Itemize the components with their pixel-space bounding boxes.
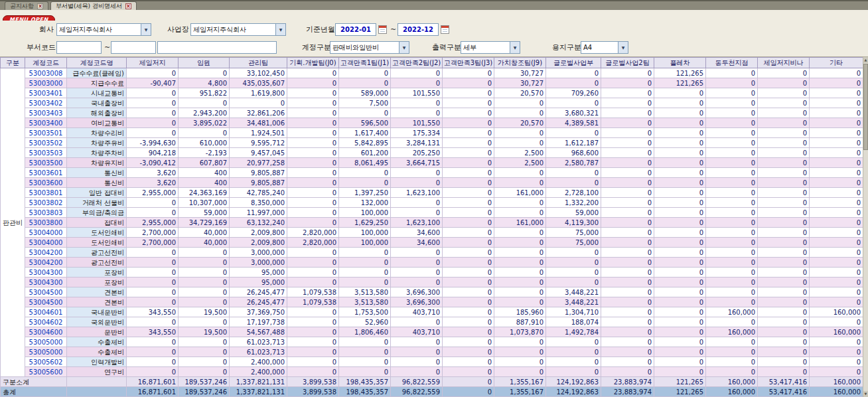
account-type-value: 판매비와일반비 — [330, 42, 399, 53]
table-row[interactable]: 53004200광고선전비003,000,00000000000000 — [1, 248, 863, 258]
table-row[interactable]: 53003502차량주유비-3,994,630610,0009,595,7120… — [1, 138, 863, 148]
amount-cell: 16,871,601 — [127, 377, 179, 387]
table-row[interactable]: 53003800접대비2,955,00034,729,16963,132,240… — [1, 218, 863, 228]
column-header[interactable]: 제일저지 — [127, 58, 179, 68]
period-from-input[interactable] — [335, 23, 376, 36]
table-row[interactable]: 53003501차량수리비001,924,50101,617,400175,33… — [1, 128, 863, 138]
table-row[interactable]: 53003000지급수수료-90,4074,800435,035,6070000… — [1, 78, 863, 88]
amount-cell: 2,500 — [494, 158, 546, 168]
dept-code-from-input[interactable] — [56, 41, 102, 54]
column-header[interactable]: 기획.개발팀(J0) — [287, 58, 339, 68]
column-header[interactable]: 관리팀 — [230, 58, 287, 68]
grand-total-row[interactable]: 총계16,871,601189,537,2461,337,821,1313,89… — [1, 387, 863, 397]
amount-cell: 0 — [443, 88, 494, 98]
output-type-select[interactable]: 세부 ▼ — [461, 41, 520, 54]
column-header[interactable]: 기타 — [810, 58, 863, 68]
account-code: 53003501 — [25, 128, 67, 138]
column-header[interactable]: 고객만족1팀(J1) — [339, 58, 391, 68]
column-header[interactable]: 고객만족3팀(J3) — [443, 58, 494, 68]
output-type-value: 세부 — [461, 42, 510, 53]
account-type-select[interactable]: 판매비와일반비 ▼ — [330, 41, 409, 54]
table-row[interactable]: 53003600통신비3,6204009,805,88700000000000 — [1, 178, 863, 188]
amount-cell: 0 — [654, 148, 706, 158]
table-row[interactable]: 53004300포장비0095,00000000000000 — [1, 268, 863, 278]
close-icon[interactable]: × — [125, 3, 131, 9]
amount-cell: 0 — [287, 258, 339, 268]
table-row[interactable]: 53004000도서인쇄비2,700,00040,0002,009,8002,8… — [1, 228, 863, 238]
table-row[interactable]: 53003803부의금/축의금059,00011,997,0000100,000… — [1, 208, 863, 218]
table-row[interactable]: 53004200광고선전비003,000,00000000000000 — [1, 258, 863, 268]
table-row[interactable]: 53003503차량주차비904,218-2,1939,457,0450601,… — [1, 148, 863, 158]
close-icon[interactable]: × — [37, 3, 43, 9]
amount-cell: 0 — [654, 317, 706, 327]
table-row[interactable]: 53003403해외출장비02,943,20032,861,206000003,… — [1, 108, 863, 118]
company-select[interactable]: 제일저지주식회사 ▼ — [56, 23, 151, 36]
amount-cell: 0 — [706, 128, 758, 138]
table-row[interactable]: 53005602인력개발비002,400,00000000000000 — [1, 357, 863, 367]
table-row[interactable]: 53003400여비교통비03,895,02234,481,0060596,50… — [1, 118, 863, 128]
column-header[interactable]: 글로벌사업부 — [546, 58, 601, 68]
column-header[interactable]: 글로벌사업2팀 — [601, 58, 654, 68]
calendar-icon[interactable] — [378, 25, 387, 34]
column-header[interactable]: 플레차 — [654, 58, 706, 68]
amount-cell: 0 — [601, 337, 654, 347]
dept-code-to-input[interactable] — [111, 41, 156, 54]
amount-cell: 20,977,258 — [230, 158, 287, 168]
tab-notice[interactable]: 공지사항 × — [5, 1, 48, 10]
table-row[interactable]: 53005000수출제비0061,023,71300000000000 — [1, 337, 863, 347]
table-row[interactable]: 53005600연구비002,400,00000000000000 — [1, 367, 863, 377]
amount-cell: 3,513,580 — [339, 287, 391, 297]
table-row[interactable]: 53004300포장비0095,00000000000000 — [1, 278, 863, 287]
amount-cell: 3,448,221 — [546, 287, 601, 297]
workplace-select[interactable]: 제일저지주식회사 ▼ — [190, 23, 286, 36]
scrollbar-thumb[interactable] — [863, 64, 868, 150]
tab-expense-statement[interactable]: 부서별(세목) 경비명세서 × — [50, 1, 137, 10]
amount-cell: 9,805,887 — [230, 168, 287, 178]
amount-cell: 1,924,501 — [230, 128, 287, 138]
column-header[interactable]: 구분 — [1, 58, 25, 68]
table-row[interactable]: 53005000수출제비0061,023,71300000000000 — [1, 347, 863, 357]
column-header[interactable]: 동두천지점 — [706, 58, 758, 68]
amount-cell: 0 — [654, 98, 706, 108]
table-row[interactable]: 53004601국내운반비343,55019,50037,369,75001,7… — [1, 307, 863, 317]
table-row[interactable]: 53003601통신비3,6204009,805,88700000000000 — [1, 168, 863, 178]
column-header[interactable]: 계정코드명 — [67, 58, 127, 68]
amount-cell: 435,035,607 — [230, 78, 287, 88]
amount-cell: 0 — [654, 287, 706, 297]
calendar-icon[interactable] — [441, 25, 449, 34]
table-row[interactable]: 53004602국외운반비0017,197,738052,96000887,91… — [1, 317, 863, 327]
scroll-down-icon[interactable]: ▼ — [863, 391, 868, 397]
amount-cell: 0 — [601, 78, 654, 88]
table-row[interactable]: 53003500차량유지비-3,090,412607,80720,977,258… — [1, 158, 863, 168]
scroll-up-icon[interactable]: ▲ — [863, 57, 868, 63]
table-row[interactable]: 53003401시내교통비0951,8221,619,8000589,00010… — [1, 88, 863, 98]
table-row[interactable]: 53004000도서인쇄비2,700,00040,0002,009,8002,8… — [1, 238, 863, 248]
table-row[interactable]: 53004500견본비0026,245,4771,079,5383,513,58… — [1, 287, 863, 297]
amount-cell: 0 — [810, 178, 863, 188]
amount-cell: 400 — [179, 178, 230, 188]
column-header[interactable]: 제일저지비나 — [758, 58, 810, 68]
account-name: 견본비 — [67, 297, 127, 307]
table-row[interactable]: 53003802거래처 선물비010,307,0008,350,0000132,… — [1, 198, 863, 208]
column-header[interactable]: 계정코드 — [25, 58, 67, 68]
period-to-input[interactable] — [398, 23, 439, 36]
vertical-scrollbar[interactable]: ▲ ▼ — [863, 57, 868, 397]
amount-cell: 0 — [443, 347, 494, 357]
table-row[interactable]: 53004600운반비343,55019,50054,567,48801,806… — [1, 327, 863, 337]
amount-cell: 33,102,450 — [230, 68, 287, 78]
table-row[interactable]: 53003801일반 접대비2,955,00024,363,16942,785,… — [1, 188, 863, 198]
table-row[interactable]: 53004500견본비0026,245,4771,079,5383,513,58… — [1, 297, 863, 307]
dept-name-field[interactable] — [157, 41, 277, 54]
table-row[interactable]: 53003402국내출장비00007,500000000000 — [1, 98, 863, 108]
amount-cell: 0 — [494, 168, 546, 178]
amount-cell: 0 — [706, 78, 758, 88]
amount-cell: 0 — [601, 307, 654, 317]
amount-cell: 0 — [601, 208, 654, 218]
paper-type-select[interactable]: A4 ▼ — [581, 41, 628, 54]
account-name: 급수수료(클레임) — [67, 68, 127, 78]
column-header[interactable]: 임원 — [179, 58, 230, 68]
table-row[interactable]: 판관비53003008급수수료(클레임)0033,102,450000030,7… — [1, 68, 863, 78]
subtotal-row[interactable]: 구분소계16,871,601189,537,2461,337,821,1313,… — [1, 377, 863, 387]
column-header[interactable]: 고객만족2팀(J2) — [391, 58, 443, 68]
column-header[interactable]: 가치창조팀(J9) — [494, 58, 546, 68]
